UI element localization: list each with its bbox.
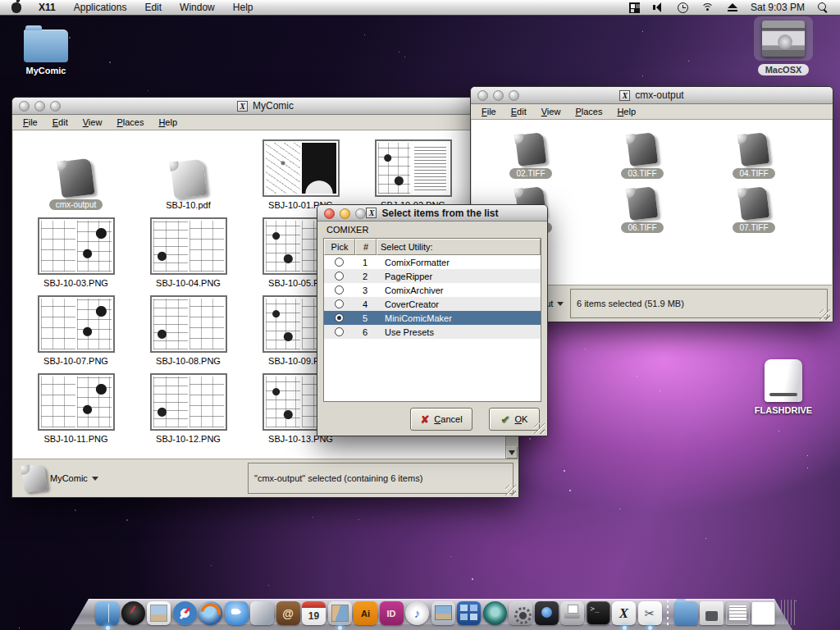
menu-file[interactable]: File	[16, 115, 45, 130]
spotlight-icon[interactable]	[818, 2, 829, 13]
file-item[interactable]: 07.TIFF	[698, 180, 810, 235]
zoom-button[interactable]	[50, 101, 61, 112]
menu-file[interactable]: File	[474, 104, 504, 120]
minimize-button[interactable]	[340, 208, 350, 219]
dock-itunes-icon[interactable]	[405, 601, 429, 625]
pick-radio[interactable]	[335, 258, 344, 267]
menu-help[interactable]: Help	[609, 104, 643, 120]
dock-image-capture-icon[interactable]	[431, 601, 455, 625]
utility-row-comixarchiver[interactable]: 3ComixArchiver	[324, 283, 541, 297]
menu-x11[interactable]: X11	[30, 0, 65, 16]
file-item[interactable]: SBJ-10-02.PNG	[357, 134, 469, 212]
file-item[interactable]: cmx-output	[20, 134, 132, 212]
desktop-icon-macosx[interactable]: MacOSX	[746, 16, 820, 75]
resize-grip[interactable]	[534, 423, 545, 434]
wifi-icon[interactable]	[701, 3, 714, 12]
utility-row-covercreator[interactable]: 4CoverCreator	[324, 297, 541, 311]
dock-address-book-icon[interactable]	[276, 601, 300, 625]
apple-menu-icon[interactable]	[11, 2, 21, 13]
time-machine-icon[interactable]	[678, 2, 688, 13]
zoom-button[interactable]	[355, 208, 366, 219]
dock-ical-icon[interactable]: 19	[302, 601, 326, 625]
dock-illustrator-icon[interactable]: Ai	[354, 601, 377, 625]
scroll-down-button[interactable]	[506, 446, 518, 459]
menu-places[interactable]: Places	[568, 104, 609, 120]
menu-help[interactable]: Help	[151, 115, 185, 130]
dock-ichat-icon[interactable]	[225, 601, 249, 625]
file-item[interactable]: SBJ-10-12.PNG	[132, 368, 244, 445]
menu-help[interactable]: Help	[224, 0, 262, 16]
mycomic-titlebar[interactable]: X MyComic	[12, 98, 518, 115]
dock-print-queue-icon[interactable]	[560, 601, 584, 625]
input-menu-icon[interactable]	[629, 2, 640, 13]
dock-dashboard-icon[interactable]	[121, 601, 145, 625]
column-header-number[interactable]: #	[355, 239, 377, 255]
zoom-button[interactable]	[509, 90, 519, 101]
file-item[interactable]: SBJ-10-01.PNG	[244, 134, 357, 212]
location-button[interactable]: MyComic	[23, 465, 98, 491]
desktop-icon-mycomic[interactable]: MyComic	[15, 30, 77, 75]
dock-photos-icon[interactable]	[328, 601, 352, 625]
dock-mail-icon[interactable]	[250, 601, 274, 625]
pick-radio[interactable]	[335, 327, 344, 336]
column-header-utility[interactable]: Select Utility:	[377, 239, 541, 255]
menu-edit[interactable]: Edit	[135, 0, 171, 16]
menu-window[interactable]: Window	[171, 0, 224, 16]
close-button[interactable]	[324, 208, 335, 219]
resize-grip[interactable]	[819, 309, 830, 320]
cancel-button[interactable]: Cancel	[410, 408, 472, 431]
dock-firefox-icon[interactable]	[199, 601, 222, 625]
file-item[interactable]: 06.TIFF	[587, 180, 698, 235]
minimize-button[interactable]	[34, 101, 45, 112]
utility-row-use presets[interactable]: 6Use Presets	[324, 325, 541, 339]
dock-system-preferences-icon[interactable]	[509, 601, 532, 625]
dock-grab-icon[interactable]	[638, 601, 662, 625]
file-item[interactable]: 02.TIFF	[475, 126, 587, 180]
dock-time-machine-icon[interactable]	[483, 601, 507, 625]
pick-radio[interactable]	[335, 313, 344, 322]
volume-icon[interactable]	[653, 2, 664, 12]
dock-trash-icon[interactable]	[778, 600, 799, 625]
dock-x11-icon[interactable]: X	[612, 601, 636, 625]
file-item[interactable]	[20, 445, 132, 459]
dock-blank-document-icon[interactable]	[751, 601, 775, 625]
file-item[interactable]: SBJ-10-04.PNG	[132, 212, 244, 290]
minimize-button[interactable]	[493, 90, 504, 101]
utility-row-minicomicmaker[interactable]: 5MiniComicMaker	[324, 311, 541, 325]
dock-preview-icon[interactable]	[147, 601, 171, 625]
menu-view[interactable]: View	[534, 104, 568, 120]
dock-indesign-icon[interactable]: ID	[380, 601, 404, 625]
eject-icon[interactable]	[728, 3, 737, 12]
desktop-icon-flashdrive[interactable]: FLASHDRIVE	[742, 359, 824, 415]
utility-row-pageripper[interactable]: 2PageRipper	[324, 269, 541, 283]
file-item[interactable]: 04.TIFF	[698, 126, 810, 180]
menu-applications[interactable]: Applications	[65, 0, 136, 16]
dock-safari-icon[interactable]	[173, 601, 197, 625]
menu-edit[interactable]: Edit	[504, 104, 534, 120]
dock-terminal-icon[interactable]	[587, 601, 610, 625]
file-item[interactable]: 03.TIFF	[587, 126, 698, 180]
pick-radio[interactable]	[335, 272, 344, 281]
dock-hp-utility-icon[interactable]	[535, 601, 559, 625]
dock-archive-document-icon[interactable]	[700, 601, 724, 625]
utility-row-comixformatter[interactable]: 1ComixFormatter	[324, 255, 541, 269]
close-button[interactable]	[477, 90, 488, 101]
resize-grip[interactable]	[505, 485, 516, 495]
menu-edit[interactable]: Edit	[45, 115, 75, 130]
dock-text-document-icon[interactable]	[726, 601, 750, 625]
pick-radio[interactable]	[335, 299, 344, 308]
file-item[interactable]: SBJ-10.pdf	[132, 134, 244, 212]
ok-button[interactable]: OK	[489, 408, 540, 431]
close-button[interactable]	[19, 101, 30, 112]
menu-places[interactable]: Places	[109, 115, 151, 130]
file-item[interactable]: SBJ-10-11.PNG	[20, 368, 132, 445]
dock-spaces-icon[interactable]	[457, 601, 481, 625]
file-item[interactable]: SBJ-10-03.PNG	[20, 212, 132, 290]
dock-finder-icon[interactable]	[95, 601, 119, 625]
file-item[interactable]: SBJ-10-07.PNG	[20, 290, 132, 368]
menu-view[interactable]: View	[75, 115, 110, 130]
cmx-titlebar[interactable]: X cmx-output	[471, 87, 833, 104]
pick-radio[interactable]	[335, 285, 344, 294]
dialog-titlebar[interactable]: X Select items from the list	[317, 205, 547, 221]
file-item[interactable]: SBJ-10-08.PNG	[132, 290, 244, 368]
